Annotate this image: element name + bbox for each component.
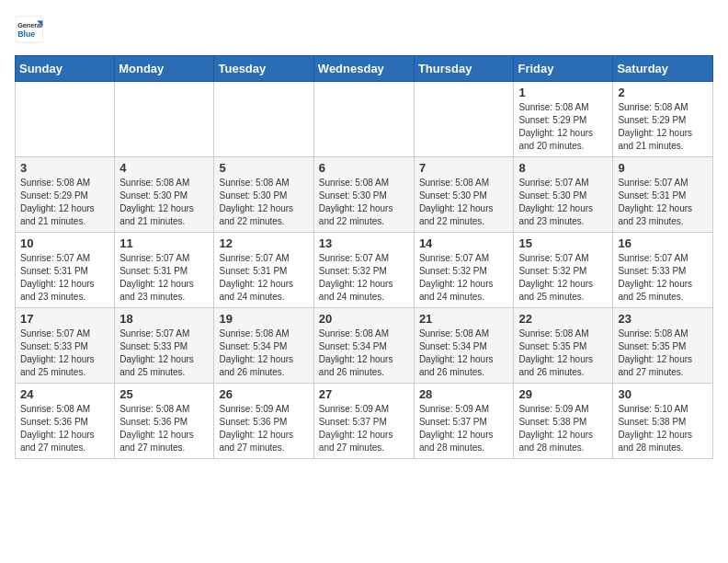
calendar-cell: 10Sunrise: 5:07 AM Sunset: 5:31 PM Dayli… [16,233,115,308]
calendar-cell: 11Sunrise: 5:07 AM Sunset: 5:31 PM Dayli… [115,233,214,308]
calendar-cell: 1Sunrise: 5:08 AM Sunset: 5:29 PM Daylig… [514,82,613,157]
day-info: Sunrise: 5:07 AM Sunset: 5:33 PM Dayligh… [20,327,109,379]
day-info: Sunrise: 5:08 AM Sunset: 5:30 PM Dayligh… [219,177,308,228]
day-number: 1 [518,86,608,99]
calendar-cell: 18Sunrise: 5:07 AM Sunset: 5:33 PM Dayli… [115,308,214,384]
weekday-header-friday: Friday [514,56,613,82]
day-number: 29 [518,387,608,401]
weekday-header-tuesday: Tuesday [214,56,313,82]
calendar-week-3: 10Sunrise: 5:07 AM Sunset: 5:31 PM Dayli… [16,233,713,308]
day-number: 21 [419,312,509,326]
weekday-header-saturday: Saturday [613,56,713,82]
page-header: General Blue [15,15,713,44]
day-info: Sunrise: 5:07 AM Sunset: 5:31 PM Dayligh… [219,252,308,304]
day-number: 26 [219,387,308,401]
day-info: Sunrise: 5:08 AM Sunset: 5:29 PM Dayligh… [518,101,608,153]
day-number: 8 [518,161,608,175]
logo-icon: General Blue [15,15,44,44]
calendar-cell: 9Sunrise: 5:07 AM Sunset: 5:31 PM Daylig… [613,157,713,233]
day-info: Sunrise: 5:07 AM Sunset: 5:31 PM Dayligh… [20,252,109,304]
weekday-header-monday: Monday [115,56,214,82]
day-info: Sunrise: 5:08 AM Sunset: 5:30 PM Dayligh… [119,177,209,228]
calendar-cell: 3Sunrise: 5:08 AM Sunset: 5:29 PM Daylig… [16,157,115,233]
day-number: 25 [119,387,209,401]
day-info: Sunrise: 5:07 AM Sunset: 5:33 PM Dayligh… [119,327,209,379]
day-info: Sunrise: 5:08 AM Sunset: 5:30 PM Dayligh… [419,177,509,228]
calendar-cell: 26Sunrise: 5:09 AM Sunset: 5:36 PM Dayli… [214,384,313,459]
calendar-cell: 5Sunrise: 5:08 AM Sunset: 5:30 PM Daylig… [214,157,313,233]
day-number: 23 [618,312,708,326]
calendar-cell: 29Sunrise: 5:09 AM Sunset: 5:38 PM Dayli… [514,384,613,459]
calendar-cell: 8Sunrise: 5:07 AM Sunset: 5:30 PM Daylig… [514,157,613,233]
day-info: Sunrise: 5:09 AM Sunset: 5:38 PM Dayligh… [518,403,608,454]
day-number: 13 [319,236,409,250]
calendar-cell: 23Sunrise: 5:08 AM Sunset: 5:35 PM Dayli… [613,308,713,384]
day-number: 12 [219,236,308,250]
day-number: 14 [419,236,509,250]
calendar-cell: 20Sunrise: 5:08 AM Sunset: 5:34 PM Dayli… [313,308,414,384]
calendar-cell: 27Sunrise: 5:09 AM Sunset: 5:37 PM Dayli… [313,384,414,459]
day-number: 9 [618,161,708,175]
day-number: 6 [319,161,409,175]
calendar-cell: 6Sunrise: 5:08 AM Sunset: 5:30 PM Daylig… [313,157,414,233]
day-number: 20 [319,312,409,326]
calendar-cell [214,82,313,157]
day-info: Sunrise: 5:07 AM Sunset: 5:32 PM Dayligh… [319,252,409,304]
day-info: Sunrise: 5:07 AM Sunset: 5:33 PM Dayligh… [618,252,708,304]
weekday-header-wednesday: Wednesday [313,56,414,82]
day-number: 17 [20,312,109,326]
day-number: 5 [219,161,308,175]
calendar-cell: 14Sunrise: 5:07 AM Sunset: 5:32 PM Dayli… [414,233,514,308]
day-info: Sunrise: 5:08 AM Sunset: 5:29 PM Dayligh… [618,101,708,153]
day-number: 28 [419,387,509,401]
day-number: 7 [419,161,509,175]
calendar-cell: 30Sunrise: 5:10 AM Sunset: 5:38 PM Dayli… [613,384,713,459]
calendar-cell: 7Sunrise: 5:08 AM Sunset: 5:30 PM Daylig… [414,157,514,233]
day-number: 18 [119,312,209,326]
day-info: Sunrise: 5:09 AM Sunset: 5:37 PM Dayligh… [419,403,509,454]
calendar-cell: 21Sunrise: 5:08 AM Sunset: 5:34 PM Dayli… [414,308,514,384]
weekday-header-row: SundayMondayTuesdayWednesdayThursdayFrid… [16,56,713,82]
day-info: Sunrise: 5:08 AM Sunset: 5:30 PM Dayligh… [319,177,409,228]
calendar-cell: 4Sunrise: 5:08 AM Sunset: 5:30 PM Daylig… [115,157,214,233]
day-info: Sunrise: 5:09 AM Sunset: 5:36 PM Dayligh… [219,403,308,454]
day-number: 16 [618,236,708,250]
day-number: 30 [618,387,708,401]
day-info: Sunrise: 5:07 AM Sunset: 5:31 PM Dayligh… [618,177,708,228]
calendar-table: SundayMondayTuesdayWednesdayThursdayFrid… [15,55,713,459]
day-number: 22 [518,312,608,326]
day-info: Sunrise: 5:07 AM Sunset: 5:32 PM Dayligh… [419,252,509,304]
day-number: 24 [20,387,109,401]
day-info: Sunrise: 5:08 AM Sunset: 5:36 PM Dayligh… [20,403,109,454]
calendar-cell [313,82,414,157]
day-info: Sunrise: 5:08 AM Sunset: 5:35 PM Dayligh… [618,327,708,379]
day-number: 15 [518,236,608,250]
day-number: 10 [20,236,109,250]
calendar-week-2: 3Sunrise: 5:08 AM Sunset: 5:29 PM Daylig… [16,157,713,233]
day-info: Sunrise: 5:10 AM Sunset: 5:38 PM Dayligh… [618,403,708,454]
weekday-header-thursday: Thursday [414,56,514,82]
calendar-cell: 15Sunrise: 5:07 AM Sunset: 5:32 PM Dayli… [514,233,613,308]
svg-text:Blue: Blue [17,29,35,39]
calendar-cell: 28Sunrise: 5:09 AM Sunset: 5:37 PM Dayli… [414,384,514,459]
calendar-cell: 22Sunrise: 5:08 AM Sunset: 5:35 PM Dayli… [514,308,613,384]
calendar-cell: 25Sunrise: 5:08 AM Sunset: 5:36 PM Dayli… [115,384,214,459]
weekday-header-sunday: Sunday [16,56,115,82]
calendar-cell [414,82,514,157]
calendar-week-1: 1Sunrise: 5:08 AM Sunset: 5:29 PM Daylig… [16,82,713,157]
day-number: 3 [20,161,109,175]
day-number: 19 [219,312,308,326]
day-info: Sunrise: 5:08 AM Sunset: 5:34 PM Dayligh… [419,327,509,379]
day-info: Sunrise: 5:07 AM Sunset: 5:31 PM Dayligh… [119,252,209,304]
day-number: 11 [119,236,209,250]
calendar-cell: 17Sunrise: 5:07 AM Sunset: 5:33 PM Dayli… [16,308,115,384]
calendar-cell: 13Sunrise: 5:07 AM Sunset: 5:32 PM Dayli… [313,233,414,308]
calendar-cell [115,82,214,157]
day-info: Sunrise: 5:08 AM Sunset: 5:34 PM Dayligh… [219,327,308,379]
day-number: 4 [119,161,209,175]
logo: General Blue [15,15,44,44]
day-info: Sunrise: 5:09 AM Sunset: 5:37 PM Dayligh… [319,403,409,454]
svg-text:General: General [17,21,42,29]
day-info: Sunrise: 5:08 AM Sunset: 5:36 PM Dayligh… [119,403,209,454]
day-number: 2 [618,86,708,99]
